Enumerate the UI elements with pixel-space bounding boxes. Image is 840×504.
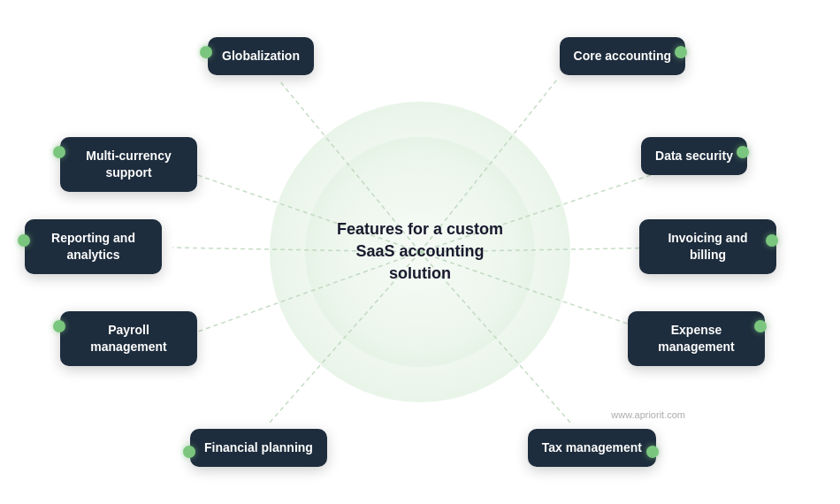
feature-box-core-accounting: Core accounting xyxy=(560,37,685,75)
feature-box-invoicing: Invoicing and billing xyxy=(639,219,776,274)
feature-box-expense: Expense management xyxy=(628,311,765,366)
dot-payroll xyxy=(53,320,65,332)
dot-globalization xyxy=(200,46,212,58)
diagram-container: Features for a custom SaaS accounting so… xyxy=(0,0,840,504)
dot-expense xyxy=(754,320,767,332)
dot-financial xyxy=(183,446,195,458)
dot-multi-currency xyxy=(53,146,65,158)
watermark: www.apriorit.com xyxy=(611,409,685,420)
dot-invoicing xyxy=(766,234,778,247)
feature-box-globalization: Globalization xyxy=(208,37,314,75)
feature-box-multi-currency: Multi-currency support xyxy=(60,137,197,192)
feature-box-data-security: Data security xyxy=(641,137,747,175)
dot-tax xyxy=(646,446,659,458)
feature-box-reporting: Reporting and analytics xyxy=(25,219,162,274)
feature-box-financial: Financial planning xyxy=(190,429,327,467)
center-label: Features for a custom SaaS accounting so… xyxy=(332,218,508,286)
dot-data-security xyxy=(737,146,749,158)
dot-core-accounting xyxy=(675,46,687,58)
dot-reporting xyxy=(18,234,30,247)
feature-box-tax: Tax management xyxy=(528,429,656,467)
feature-box-payroll: Payroll management xyxy=(60,311,197,366)
